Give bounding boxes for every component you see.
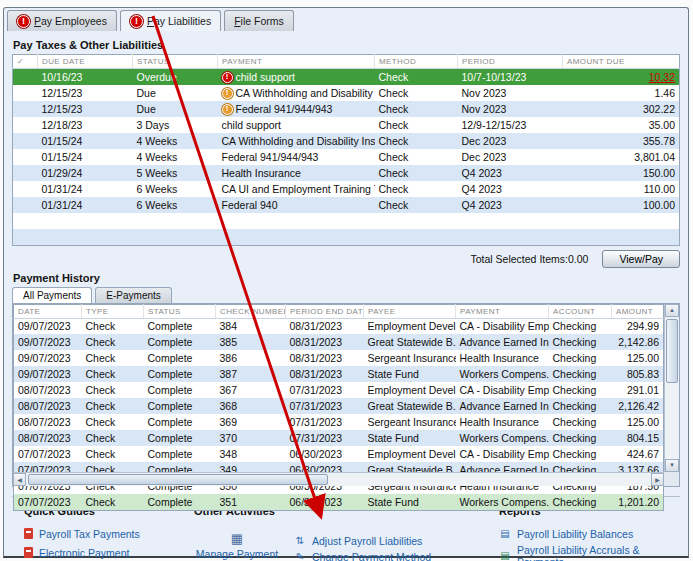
payment-row[interactable]: 09/07/2023CheckComplete38508/31/2023Grea… (14, 334, 664, 350)
col-check-number: CHECK NUMBER (216, 304, 286, 318)
tab-pay-liabilities[interactable]: ! Pay Liabilities (120, 10, 221, 31)
tab-e-payments[interactable]: E-Payments (95, 287, 171, 303)
payment-row[interactable]: 07/07/2023CheckComplete34806/30/2023Empl… (14, 446, 664, 462)
manage-payment-methods-link[interactable]: ▦ Manage Payment Methods (194, 532, 280, 561)
alert-icon: ! (222, 104, 233, 115)
payment-name: child support (222, 119, 282, 131)
col-status: STATUS (133, 55, 218, 69)
payment-name: Health Insurance (222, 167, 301, 179)
tab-all-payments[interactable]: All Payments (12, 287, 92, 303)
alert-icon: ! (222, 88, 233, 99)
total-row: Total Selected Items:0.00 View/Pay (12, 250, 680, 268)
change-payment-method-icon: ✎ (294, 551, 306, 561)
content-area: Pay Taxes & Other Liabilities ✓ DUE DATE… (4, 31, 688, 561)
liability-row[interactable]: 01/29/245 WeeksHealth InsuranceCheckQ4 2… (13, 165, 680, 181)
col-payee: PAYEE (364, 304, 456, 318)
payment-row[interactable]: 07/07/2023CheckComplete35106/30/2023Stat… (14, 494, 664, 510)
col-date: DATE (14, 304, 82, 318)
scroll-right-icon[interactable]: ▶ (651, 473, 664, 486)
payment-history-panel: DATE TYPE STATUS CHECK NUMBER PERIOD END… (12, 303, 680, 487)
payment-row[interactable]: 08/07/2023CheckComplete36807/31/2023Grea… (14, 398, 664, 414)
payroll-tax-payments-link[interactable]: Payroll Tax Payments (24, 528, 194, 540)
col-period: PERIOD (458, 55, 563, 69)
liability-row[interactable]: 12/18/233 Dayschild supportCheck12/9-12/… (13, 117, 680, 133)
empty-row (13, 213, 680, 229)
liabilities-header-row: ✓ DUE DATE STATUS PAYMENT METHOD PERIOD … (13, 55, 680, 69)
horizontal-scrollbar[interactable]: ◀ ▶ (13, 472, 664, 486)
payment-history-tabs: All Payments E-Payments (12, 287, 680, 303)
liability-row[interactable]: 01/15/244 WeeksFederal 941/944/943CheckD… (13, 149, 680, 165)
adjust-payroll-liabilities-icon: ⇅ (294, 535, 306, 546)
link-label: Electronic Payment (39, 547, 129, 559)
liability-row[interactable]: 01/15/244 WeeksCA Withholding and Disabi… (13, 133, 680, 149)
liabilities-section-title: Pay Taxes & Other Liabilities (13, 39, 680, 51)
payment-name: CA Withholding and Disability Insurance (236, 87, 375, 99)
payment-name: Federal 940 (222, 199, 278, 211)
link-label: Payroll Liability Balances (517, 528, 633, 540)
reports-list: ▤Payroll Liability Balances▤Payroll Liab… (499, 528, 672, 561)
col-period-end-date: PERIOD END DATE (286, 304, 364, 318)
tab-label: Pay Employees (34, 15, 107, 27)
liability-row[interactable]: 01/31/246 WeeksFederal 940CheckQ4 202310… (13, 197, 680, 213)
horizontal-scroll-thumb[interactable] (28, 474, 328, 485)
pdf-icon (24, 528, 33, 539)
payment-name: CA UI and Employment Training Tax (222, 183, 375, 195)
scroll-up-icon[interactable]: ▲ (665, 304, 679, 317)
scroll-left-icon[interactable]: ◀ (13, 473, 26, 486)
col-due-date: DUE DATE (38, 55, 133, 69)
liabilities-tbody: 10/16/23Overdue!child supportCheck10/7-1… (13, 69, 680, 246)
payment-history-title: Payment History (13, 272, 680, 284)
electronic-payment-link[interactable]: Electronic Payment (24, 547, 194, 559)
liability-row[interactable]: 12/15/23Due!Federal 941/944/943CheckNov … (13, 101, 680, 117)
alert-icon: ! (222, 72, 233, 83)
payment-name: CA Withholding and Disability Insurance (222, 135, 375, 147)
col-amount-due: AMOUNT DUE (563, 55, 680, 69)
col-method: METHOD (375, 55, 458, 69)
col-amount: AMOUNT (612, 304, 664, 318)
payment-row[interactable]: 08/07/2023CheckComplete36707/31/2023Empl… (14, 382, 664, 398)
payment-name: child support (236, 71, 296, 83)
payroll-liability-accruals-payments-link[interactable]: ▤Payroll Liability Accruals & Payments (499, 544, 672, 561)
reports-section: Reports ▤Payroll Liability Balances▤Payr… (499, 505, 672, 561)
col-check: ✓ (13, 55, 38, 69)
link-label: Change Payment Method (312, 551, 431, 561)
alert-icon: ! (130, 15, 143, 28)
adjust-payroll-liabilities-link[interactable]: ⇅Adjust Payroll Liabilities (294, 535, 432, 547)
quick-guides-list: Payroll Tax PaymentsElectronic PaymentLi… (24, 528, 194, 561)
col-account: ACCOUNT (549, 304, 612, 318)
link-label: Payroll Liability Accruals & Payments (517, 544, 672, 561)
payment-row[interactable]: 09/07/2023CheckComplete38708/31/2023Stat… (14, 366, 664, 382)
payment-row[interactable]: 08/07/2023CheckComplete37007/31/2023Stat… (14, 430, 664, 446)
payment-row[interactable]: 09/07/2023CheckComplete38608/31/2023Serg… (14, 350, 664, 366)
tab-label: Pay Liabilities (147, 15, 211, 27)
tab-pay-employees[interactable]: ! Pay Employees (7, 10, 117, 31)
liabilities-table: ✓ DUE DATE STATUS PAYMENT METHOD PERIOD … (12, 54, 680, 246)
liability-row[interactable]: 10/16/23Overdue!child supportCheck10/7-1… (13, 69, 680, 86)
col-status: STATUS (144, 304, 216, 318)
link-label: Payroll Tax Payments (39, 528, 140, 540)
scroll-down-icon[interactable]: ▼ (665, 459, 679, 472)
payment-name: Federal 941/944/943 (222, 151, 319, 163)
liability-row[interactable]: 01/31/246 WeeksCA UI and Employment Trai… (13, 181, 680, 197)
other-activities-section: Other Activities ▦ Manage Payment Method… (194, 505, 499, 561)
pdf-icon (24, 547, 33, 558)
vertical-scroll-thumb[interactable] (666, 319, 678, 383)
payment-row[interactable]: 08/07/2023CheckComplete36907/31/2023Serg… (14, 414, 664, 430)
view-pay-button[interactable]: View/Pay (602, 250, 680, 268)
payroll-liability-balances-link[interactable]: ▤Payroll Liability Balances (499, 528, 672, 540)
tab-file-forms[interactable]: File Forms (224, 10, 294, 31)
payment-row[interactable]: 09/07/2023CheckComplete38408/31/2023Empl… (14, 318, 664, 334)
change-payment-method-link[interactable]: ✎Change Payment Method (294, 551, 432, 561)
total-selected-items: Total Selected Items:0.00 (471, 253, 589, 265)
payment-name: Federal 941/944/943 (236, 103, 333, 115)
vertical-scrollbar[interactable]: ▲ ▼ (664, 304, 679, 472)
col-payment: PAYMENT (218, 55, 375, 69)
alert-icon: ! (17, 15, 30, 28)
tab-bar: ! Pay Employees ! Pay Liabilities File F… (4, 8, 688, 31)
link-label: Adjust Payroll Liabilities (312, 535, 422, 547)
scrollbar-corner (664, 472, 679, 486)
col-payment: PAYMENT (456, 304, 549, 318)
tab-label: File Forms (234, 15, 284, 27)
liability-row[interactable]: 12/15/23Due!CA Withholding and Disabilit… (13, 85, 680, 101)
payment-history-header-row: DATE TYPE STATUS CHECK NUMBER PERIOD END… (14, 304, 664, 318)
